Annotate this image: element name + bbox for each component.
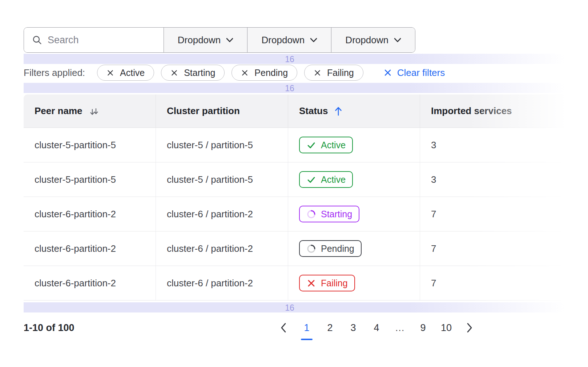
page-button[interactable]: 3 bbox=[346, 317, 361, 339]
table-row: cluster-5-partition-5 cluster-5 / partit… bbox=[24, 162, 588, 197]
chevron-down-icon bbox=[226, 38, 233, 43]
peer-name-cell: cluster-6-partition-2 bbox=[24, 197, 156, 231]
page-button[interactable]: 10 bbox=[439, 317, 454, 339]
column-header-status[interactable]: Status bbox=[288, 94, 420, 128]
status-cell: Pending bbox=[288, 231, 420, 266]
table-header-row: Peer name Cluster partition Status Impor… bbox=[24, 94, 588, 128]
spacing-size-label: 16 bbox=[285, 84, 294, 93]
status-check-icon bbox=[306, 175, 316, 185]
status-cell: Starting bbox=[288, 197, 420, 231]
page-ellipsis: … bbox=[392, 317, 407, 339]
page-buttons: 1 2 3 4 … 9 10 bbox=[295, 317, 458, 339]
spacing-size-label: 16 bbox=[285, 55, 294, 64]
page-button[interactable]: 4 bbox=[369, 317, 384, 339]
status-spinner-icon bbox=[306, 244, 316, 254]
filter-chip[interactable]: Active bbox=[97, 65, 154, 81]
table-body: cluster-5-partition-5 cluster-5 / partit… bbox=[24, 128, 588, 301]
peer-name-cell: cluster-5-partition-5 bbox=[24, 162, 156, 197]
chevron-right-icon bbox=[467, 323, 472, 333]
search-icon bbox=[32, 35, 42, 45]
status-label: Starting bbox=[321, 209, 352, 219]
applied-filters-row: Filters applied: Active Starting Pending… bbox=[24, 65, 445, 81]
imported-services-cell: 7 bbox=[420, 266, 588, 300]
spacing-bar-middle: 16 bbox=[24, 83, 588, 93]
status-check-icon bbox=[306, 140, 316, 150]
filter-chips: Active Starting Pending Failing bbox=[97, 65, 370, 81]
sort-updown-icon bbox=[89, 106, 99, 117]
table-row: cluster-6-partition-2 cluster-6 / partit… bbox=[24, 197, 588, 231]
spacing-bar-top: 16 bbox=[24, 54, 588, 64]
peers-table: Peer name Cluster partition Status Impor… bbox=[24, 94, 588, 301]
chevron-left-icon bbox=[281, 323, 286, 333]
column-label: Peer name bbox=[35, 105, 82, 117]
column-label: Cluster partition bbox=[167, 105, 240, 117]
cluster-partition-cell: cluster-6 / partition-2 bbox=[156, 231, 288, 266]
filter-toolbar: Dropdown Dropdown Dropdown bbox=[24, 27, 415, 53]
filter-chip-label: Active bbox=[120, 68, 145, 78]
search-box[interactable] bbox=[24, 28, 164, 52]
dropdown-label: Dropdown bbox=[178, 35, 221, 46]
column-header-imported-services: Imported services bbox=[420, 94, 588, 128]
imported-services-cell: 7 bbox=[420, 197, 588, 231]
status-label: Active bbox=[321, 174, 346, 185]
next-page-button[interactable] bbox=[462, 317, 478, 339]
search-input[interactable] bbox=[48, 35, 156, 46]
status-badge: Failing bbox=[299, 275, 355, 291]
filter-chip-label: Pending bbox=[254, 68, 288, 78]
pagination: 1 2 3 4 … 9 10 bbox=[272, 317, 481, 339]
page-button[interactable]: 9 bbox=[416, 317, 430, 339]
remove-filter-icon bbox=[170, 69, 178, 77]
table-row: cluster-6-partition-2 cluster-6 / partit… bbox=[24, 231, 588, 266]
spacing-size-label: 16 bbox=[285, 303, 294, 313]
status-badge: Active bbox=[299, 171, 353, 188]
remove-filter-icon bbox=[241, 69, 249, 77]
spacing-bar-bottom: 16 bbox=[24, 302, 588, 312]
status-label: Failing bbox=[321, 278, 348, 289]
table-row: cluster-5-partition-5 cluster-5 / partit… bbox=[24, 128, 588, 162]
filter-chip-label: Starting bbox=[184, 68, 215, 78]
chevron-down-icon bbox=[310, 38, 317, 43]
filter-chip[interactable]: Failing bbox=[304, 65, 363, 81]
status-fail-icon bbox=[306, 278, 316, 288]
clear-filters-label: Clear filters bbox=[397, 67, 445, 78]
page-button[interactable]: 2 bbox=[323, 317, 337, 339]
clear-filters-button[interactable]: Clear filters bbox=[384, 67, 445, 78]
status-cell: Active bbox=[288, 162, 420, 197]
status-cell: Active bbox=[288, 128, 420, 162]
column-header-peer-name[interactable]: Peer name bbox=[24, 94, 156, 128]
dropdown-button[interactable]: Dropdown bbox=[247, 28, 331, 52]
previous-page-button[interactable] bbox=[275, 317, 291, 339]
peer-name-cell: cluster-5-partition-5 bbox=[24, 128, 156, 162]
cluster-partition-cell: cluster-6 / partition-2 bbox=[156, 266, 288, 300]
column-label: Imported services bbox=[431, 105, 512, 117]
remove-filter-icon bbox=[106, 69, 114, 77]
dropdown-button[interactable]: Dropdown bbox=[331, 28, 415, 52]
status-badge: Active bbox=[299, 137, 353, 153]
page-button[interactable]: 1 bbox=[299, 317, 314, 339]
dropdown-button[interactable]: Dropdown bbox=[164, 28, 247, 52]
imported-services-cell: 3 bbox=[420, 128, 588, 162]
cluster-partition-cell: cluster-5 / partition-5 bbox=[156, 128, 288, 162]
filter-chip[interactable]: Starting bbox=[161, 65, 225, 81]
pagination-range-label: 1-10 of 100 bbox=[24, 317, 74, 339]
imported-services-cell: 7 bbox=[420, 231, 588, 266]
column-label: Status bbox=[299, 105, 328, 117]
table-row: cluster-6-partition-2 cluster-6 / partit… bbox=[24, 266, 588, 301]
column-header-cluster-partition: Cluster partition bbox=[156, 94, 288, 128]
filter-chip-label: Failing bbox=[327, 68, 354, 78]
dropdown-label: Dropdown bbox=[262, 35, 305, 46]
remove-filter-icon bbox=[314, 69, 321, 77]
sort-ascending-icon bbox=[334, 106, 342, 117]
filter-chip[interactable]: Pending bbox=[231, 65, 297, 81]
status-badge: Pending bbox=[299, 240, 362, 257]
status-spinner-icon bbox=[306, 209, 316, 219]
cluster-partition-cell: cluster-5 / partition-5 bbox=[156, 162, 288, 197]
peer-name-cell: cluster-6-partition-2 bbox=[24, 266, 156, 300]
status-label: Active bbox=[321, 140, 346, 150]
status-label: Pending bbox=[321, 243, 354, 254]
peer-name-cell: cluster-6-partition-2 bbox=[24, 231, 156, 266]
status-cell: Failing bbox=[288, 266, 420, 300]
status-badge: Starting bbox=[299, 206, 359, 222]
close-icon bbox=[384, 69, 392, 77]
cluster-partition-cell: cluster-6 / partition-2 bbox=[156, 197, 288, 231]
